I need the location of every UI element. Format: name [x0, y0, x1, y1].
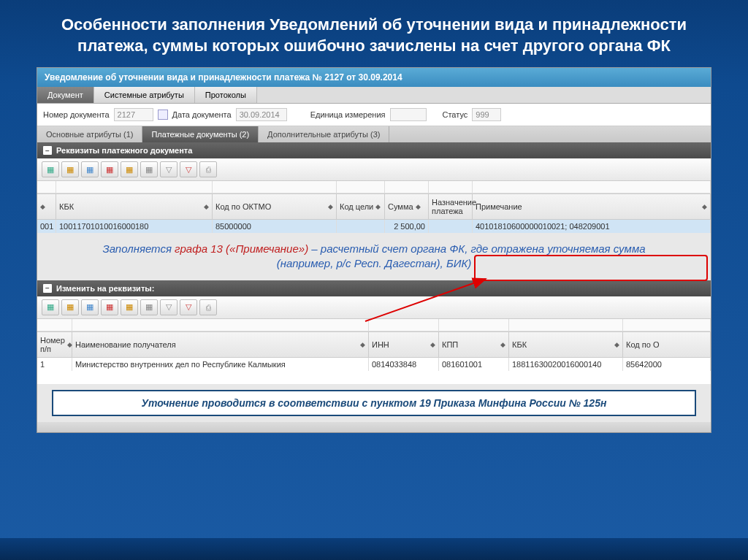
- sort-icon[interactable]: ◆: [360, 341, 365, 348]
- unit-label: Единица измерения: [310, 110, 386, 119]
- cell-name: Министерство внутренних дел по Республик…: [72, 358, 369, 371]
- slide-title: Особенности заполнения Уведомлений об ут…: [0, 0, 748, 67]
- tab-protocols[interactable]: Протоколы: [195, 87, 257, 103]
- sort-icon[interactable]: ◆: [614, 341, 619, 348]
- section1-title: Реквизиты платежного документа: [56, 146, 192, 155]
- col-note[interactable]: Примечание: [476, 202, 522, 211]
- cell-oktmo: 85000000: [213, 220, 337, 233]
- status-input[interactable]: [472, 108, 501, 121]
- grid-btn-6[interactable]: ▦: [140, 299, 158, 315]
- sort-icon[interactable]: ◆: [204, 203, 209, 210]
- unit-input[interactable]: [390, 108, 427, 121]
- sort-icon[interactable]: ◆: [430, 341, 435, 348]
- app-window: Уведомление об уточнении вида и принадле…: [37, 67, 711, 433]
- col-purpose[interactable]: Назначение платежа: [432, 198, 476, 215]
- col-sum[interactable]: Сумма: [388, 202, 413, 211]
- status-label: Статус: [443, 110, 468, 119]
- col-oktmo[interactable]: Код по ОКТМО: [215, 202, 271, 211]
- cell-oktmo2: 85642000: [623, 358, 711, 371]
- filter-icon[interactable]: ▽: [160, 161, 178, 177]
- sort-icon[interactable]: ◆: [375, 203, 381, 210]
- col-inn[interactable]: ИНН: [372, 340, 389, 349]
- col-goal[interactable]: Код цели: [340, 202, 373, 211]
- grid-btn-1[interactable]: ▦: [42, 299, 59, 315]
- filter-clear-icon[interactable]: ▽: [180, 299, 197, 315]
- bottom-band: [0, 538, 748, 560]
- grid-btn-3[interactable]: ▦: [81, 161, 99, 177]
- col-recipient[interactable]: Наименование получателя: [75, 340, 176, 349]
- section2-header[interactable]: − Изменить на реквизиты:: [37, 280, 711, 296]
- cell-kbk: 10011701010016000180: [56, 220, 213, 233]
- filter-clear-icon[interactable]: ▽: [180, 161, 197, 177]
- filter-icon[interactable]: ▽: [160, 299, 178, 315]
- subtab-main-attrs[interactable]: Основные атрибуты (1): [37, 126, 142, 142]
- sort-icon[interactable]: ◆: [67, 341, 72, 348]
- doc-date-label: Дата документа: [172, 110, 232, 119]
- col-num[interactable]: Номер п/п: [40, 336, 65, 353]
- cell-num2: 1: [37, 358, 72, 371]
- grid-btn-3[interactable]: ▦: [81, 299, 99, 315]
- sort-icon[interactable]: ◆: [500, 341, 505, 348]
- cell-purpose: [429, 220, 473, 233]
- window-titlebar: Уведомление об уточнении вида и принадле…: [37, 68, 711, 87]
- table-row[interactable]: 1 Министерство внутренних дел по Республ…: [37, 358, 711, 371]
- sort-icon[interactable]: ◆: [40, 203, 45, 210]
- grid-btn-4[interactable]: ▦: [101, 299, 118, 315]
- print-icon[interactable]: ⎙: [199, 161, 217, 177]
- collapse-icon[interactable]: −: [43, 146, 52, 155]
- subtab-additional-attrs[interactable]: Дополнительные атрибуты (3): [259, 126, 389, 142]
- section1-grid: ◆ КБК◆ Код по ОКТМО◆ Код цели◆ Сумма◆ На…: [37, 181, 711, 233]
- table-row[interactable]: 001 10011701010016000180 85000000 2 500,…: [37, 220, 711, 233]
- sort-icon[interactable]: ◆: [416, 203, 421, 210]
- col-oktmo2[interactable]: Код по О: [626, 340, 659, 349]
- cell-goal: [337, 220, 385, 233]
- col-kbk2[interactable]: КБК: [512, 340, 527, 349]
- section2-toolbar: ▦ ▦ ▦ ▦ ▦ ▦ ▽ ▽ ⎙: [37, 296, 711, 319]
- sort-icon[interactable]: ◆: [702, 203, 707, 210]
- main-tabs: Документ Системные атрибуты Протоколы: [37, 87, 711, 104]
- cell-inn: 0814033848: [369, 358, 439, 371]
- document-icon: [158, 110, 168, 120]
- section2-grid: Номер п/п◆ Наименование получателя◆ ИНН◆…: [37, 319, 711, 384]
- collapse-icon[interactable]: −: [43, 284, 52, 293]
- section1-toolbar: ▦ ▦ ▦ ▦ ▦ ▦ ▽ ▽ ⎙: [37, 158, 711, 181]
- print-icon[interactable]: ⎙: [199, 299, 217, 315]
- grid-btn-2[interactable]: ▦: [61, 161, 79, 177]
- cell-kpp: 081601001: [439, 358, 509, 371]
- grid-btn-5[interactable]: ▦: [121, 161, 138, 177]
- grid-btn-1[interactable]: ▦: [42, 161, 59, 177]
- grid-btn-6[interactable]: ▦: [140, 161, 158, 177]
- doc-form-row: Номер документа Дата документа Единица и…: [37, 104, 711, 126]
- cell-sum: 2 500,00: [385, 220, 429, 233]
- tab-system-attrs[interactable]: Системные атрибуты: [94, 87, 195, 103]
- annotation-text: Заполняется графа 13 («Примечание») – ра…: [37, 233, 711, 280]
- footer-note: Уточнение проводится в соответствии с пу…: [52, 390, 696, 416]
- doc-number-input[interactable]: [114, 108, 153, 121]
- doc-date-input[interactable]: [236, 108, 287, 121]
- cell-kbk2: 18811630020016000140: [509, 358, 623, 371]
- col-kpp[interactable]: КПП: [442, 340, 458, 349]
- tab-document[interactable]: Документ: [37, 87, 94, 103]
- section1-header[interactable]: − Реквизиты платежного документа: [37, 142, 711, 158]
- section2-title: Изменить на реквизиты:: [56, 284, 154, 293]
- grid-btn-5[interactable]: ▦: [121, 299, 138, 315]
- sub-tabs: Основные атрибуты (1) Платежные документ…: [37, 126, 711, 142]
- subtab-payment-docs[interactable]: Платежные документы (2): [142, 126, 259, 142]
- cell-num: 001: [37, 220, 56, 233]
- doc-number-label: Номер документа: [43, 110, 110, 119]
- sort-icon[interactable]: ◆: [328, 203, 333, 210]
- grid-btn-4[interactable]: ▦: [101, 161, 118, 177]
- cell-note: 40101810600000010021; 048209001: [473, 220, 711, 233]
- grid-btn-2[interactable]: ▦: [61, 299, 79, 315]
- col-kbk[interactable]: КБК: [59, 202, 74, 211]
